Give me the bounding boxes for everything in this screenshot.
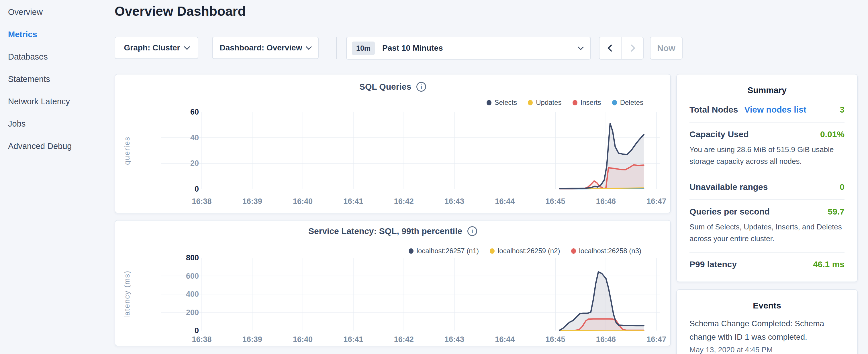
time-window-badge: 10m <box>352 41 375 55</box>
chevron-right-icon <box>628 44 635 52</box>
svg-text:16:41: 16:41 <box>343 335 363 344</box>
event-timestamp: May 13, 2020 at 4:45 PM <box>689 345 844 354</box>
summary-row-description: Sum of Selects, Updates, Inserts, and De… <box>689 221 844 245</box>
sidebar-item-statements[interactable]: Statements <box>8 74 109 84</box>
svg-text:16:42: 16:42 <box>394 197 414 206</box>
sidebar-item-metrics[interactable]: Metrics <box>8 30 109 39</box>
sidebar: OverviewMetricsDatabasesStatementsNetwor… <box>0 0 109 354</box>
svg-text:0: 0 <box>194 185 199 193</box>
svg-text:20: 20 <box>190 159 199 167</box>
summary-title: Summary <box>689 85 844 95</box>
summary-row-unavailable-ranges: Unavailable ranges 0 <box>689 175 844 199</box>
summary-row-description: You are using 28.6 MiB of 515.9 GiB usab… <box>689 144 844 167</box>
svg-text:16:46: 16:46 <box>596 197 616 206</box>
svg-text:0: 0 <box>194 326 199 335</box>
svg-text:latency (ms): latency (ms) <box>123 270 131 318</box>
sidebar-item-advanced-debug[interactable]: Advanced Debug <box>8 141 109 151</box>
svg-text:16:47: 16:47 <box>647 335 666 344</box>
svg-text:16:44: 16:44 <box>495 197 515 206</box>
next-time-button[interactable] <box>622 37 643 59</box>
svg-text:16:43: 16:43 <box>444 335 464 344</box>
legend-item-localhost-26257-n1: localhost:26257 (n1) <box>409 247 479 255</box>
legend-dot <box>409 248 413 254</box>
svg-text:16:44: 16:44 <box>495 335 515 344</box>
svg-text:60: 60 <box>190 108 199 116</box>
svg-text:16:40: 16:40 <box>293 197 313 206</box>
svg-text:16:38: 16:38 <box>192 335 212 344</box>
summary-row-capacity-used: Capacity Used 0.01% You are using 28.6 M… <box>689 122 844 175</box>
events-title: Events <box>689 301 844 311</box>
svg-text:16:41: 16:41 <box>343 197 363 206</box>
legend-item-inserts: Inserts <box>572 99 601 106</box>
summary-row-label: Unavailable ranges <box>689 182 768 192</box>
sql-queries-chart[interactable]: 16:3816:3916:4016:4116:4216:4316:4416:45… <box>115 74 672 214</box>
time-window-picker[interactable]: 10m Past 10 Minutes <box>346 37 591 60</box>
service-latency-chart[interactable]: 16:3816:3916:4016:4116:4216:4316:4416:45… <box>115 221 672 347</box>
chart-legend: localhost:26257 (n1)localhost:26259 (n2)… <box>409 247 641 255</box>
sidebar-item-jobs[interactable]: Jobs <box>8 119 109 129</box>
summary-row-p99-latency: P99 latency 46.1 ms <box>689 252 844 277</box>
svg-text:16:45: 16:45 <box>546 197 565 206</box>
graph-dropdown[interactable]: Graph: Cluster <box>115 37 198 59</box>
time-window-label: Past 10 Minutes <box>382 43 443 53</box>
legend-dot <box>571 248 576 254</box>
summary-row-value: 0 <box>840 182 844 192</box>
chevron-left-icon <box>608 44 615 52</box>
now-button[interactable]: Now <box>650 37 683 60</box>
summary-row-label: Queries per second <box>689 207 770 217</box>
sidebar-item-databases[interactable]: Databases <box>8 52 109 62</box>
time-step-buttons <box>599 37 644 60</box>
summary-row-total-nodes: Total Nodes View nodes list 3 <box>689 98 844 122</box>
chevron-down-icon <box>306 43 312 50</box>
sidebar-item-network-latency[interactable]: Network Latency <box>8 97 109 106</box>
legend-item-deletes: Deletes <box>612 99 643 106</box>
summary-row-label: Capacity Used <box>689 129 749 139</box>
svg-text:16:43: 16:43 <box>444 197 464 206</box>
svg-text:16:40: 16:40 <box>293 335 313 344</box>
app: OverviewMetricsDatabasesStatementsNetwor… <box>0 0 868 354</box>
summary-row-value: 3 <box>840 105 844 115</box>
legend-dot <box>487 100 492 105</box>
summary-row-value: 46.1 ms <box>813 259 844 269</box>
summary-row-value: 0.01% <box>820 129 844 139</box>
svg-text:queries: queries <box>123 136 131 165</box>
chart-legend: SelectsUpdatesInsertsDeletes <box>487 99 644 106</box>
svg-text:16:46: 16:46 <box>596 335 616 344</box>
view-nodes-list-link[interactable]: View nodes list <box>744 105 806 115</box>
sql-queries-chart-card: 16:3816:3916:4016:4116:4216:4316:4416:45… <box>115 74 671 213</box>
svg-text:600: 600 <box>186 272 199 280</box>
svg-text:800: 800 <box>186 254 199 262</box>
svg-text:16:42: 16:42 <box>394 335 414 344</box>
prev-time-button[interactable] <box>599 37 622 59</box>
legend-item-localhost-26259-n2: localhost:26259 (n2) <box>490 247 560 255</box>
events-panel: Events Schema Change Completed: Schema c… <box>676 289 858 354</box>
svg-text:200: 200 <box>186 308 199 317</box>
info-icon[interactable]: i <box>416 82 426 92</box>
event-text[interactable]: Schema Change Completed: Schema change w… <box>689 317 834 344</box>
svg-text:400: 400 <box>186 290 199 298</box>
info-icon[interactable]: i <box>467 226 477 236</box>
dashboard-dropdown-label: Dashboard: Overview <box>220 43 302 53</box>
svg-text:16:39: 16:39 <box>242 335 262 344</box>
svg-text:40: 40 <box>190 133 199 142</box>
legend-dot <box>612 100 617 105</box>
legend-item-updates: Updates <box>528 99 561 106</box>
legend-dot <box>528 100 533 105</box>
sidebar-item-overview[interactable]: Overview <box>8 7 109 17</box>
summary-panel: Summary Total Nodes View nodes list 3 Ca… <box>676 74 858 282</box>
summary-row-label: Total Nodes <box>689 105 738 115</box>
chart-title: Service Latency: SQL, 99th percentile <box>308 226 462 236</box>
svg-text:16:47: 16:47 <box>647 197 666 206</box>
svg-text:16:39: 16:39 <box>242 197 262 206</box>
controls-divider <box>336 37 337 59</box>
graph-dropdown-label: Graph: Cluster <box>124 43 180 53</box>
chevron-down-icon <box>578 44 584 50</box>
summary-row-queries-per-second: Queries per second 59.7 Sum of Selects, … <box>689 199 844 252</box>
service-latency-chart-card: 16:3816:3916:4016:4116:4216:4316:4416:45… <box>115 220 671 346</box>
legend-dot <box>572 100 578 105</box>
summary-row-label: P99 latency <box>689 259 737 269</box>
chart-title: SQL Queries <box>359 82 411 92</box>
dashboard-dropdown[interactable]: Dashboard: Overview <box>212 37 319 59</box>
legend-item-localhost-26258-n3: localhost:26258 (n3) <box>571 247 641 255</box>
svg-text:16:38: 16:38 <box>192 197 212 206</box>
